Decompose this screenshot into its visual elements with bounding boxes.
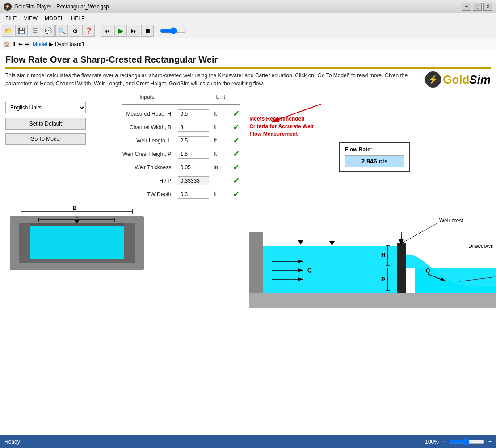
row-3-label: Weir Crest Height, P:	[120, 147, 175, 161]
left-surface-marker2	[298, 240, 303, 245]
criteria-message: Meets Recommended Criteria for Accurate …	[249, 115, 321, 138]
row-3-unit: ft	[212, 147, 230, 161]
title-bar: ⚡ GoldSim Player - Rectangular_Weir.gsp …	[0, 0, 496, 13]
Q-left-label: Q	[307, 267, 311, 273]
help-button[interactable]: ❓	[82, 25, 95, 37]
row-6-label: TW Depth:	[120, 188, 175, 201]
criteria-flow-row: Meets Recommended Criteria for Accurate …	[249, 97, 496, 172]
logo-gold: Gold	[443, 73, 469, 87]
description-row: This static model calculates the flow ra…	[5, 71, 491, 88]
B-label: B	[72, 205, 76, 211]
row-3-input[interactable]	[178, 150, 209, 159]
menu-help[interactable]: HELP	[67, 14, 88, 22]
row-1-check: ✓	[230, 121, 242, 134]
weir-crest-line	[401, 223, 437, 243]
row-6-check: ✓	[230, 188, 242, 201]
row-5-check: ✓	[230, 174, 242, 188]
minimize-button[interactable]: ─	[462, 3, 471, 11]
window-title: GoldSim Player - Rectangular_Weir.gsp	[14, 4, 462, 10]
skip-forward-button[interactable]: ⏭	[128, 25, 140, 37]
table-row: Weir Length, L: ft ✓	[120, 134, 242, 147]
table-row: Measured Head, H: ft ✓	[120, 107, 242, 121]
row-1-input[interactable]	[178, 123, 209, 132]
row-0-label: Measured Head, H:	[120, 107, 175, 121]
side-view-svg: H P	[249, 174, 496, 308]
menu-bar: FILE VIEW MODEL HELP	[0, 13, 496, 23]
left-water	[249, 246, 397, 293]
side-view-diagram: H P	[249, 174, 496, 429]
header-inputs: Inputs:	[120, 93, 175, 101]
go-to-model-button[interactable]: Go To Model	[5, 133, 86, 145]
table-row: H / P: ✓	[120, 174, 242, 188]
P-label-text: P	[381, 276, 385, 283]
separator-2	[156, 25, 158, 37]
zoom-slider[interactable]	[449, 438, 485, 445]
weir-crest-label: Weir crest	[439, 218, 463, 224]
left-surface-marker	[329, 241, 335, 246]
zoom-minus-button[interactable]: −	[442, 439, 446, 445]
toolbar-slider[interactable]	[160, 28, 187, 34]
save-button[interactable]: 💾	[15, 25, 28, 37]
row-2-input[interactable]	[178, 136, 209, 145]
logo-icon: ⚡	[425, 71, 441, 88]
flow-rate-value: 2.946 cfs	[345, 155, 404, 167]
ground	[249, 293, 496, 308]
table-row: TW Depth: ft ✓	[120, 188, 242, 201]
flow-rate-label: Flow Rate:	[345, 147, 404, 153]
status-bar: Ready 100% − +	[0, 435, 496, 448]
zoom-percent: 100%	[425, 439, 439, 445]
row-1-unit: ft	[212, 121, 230, 134]
unit-selector[interactable]: English Units SI Units	[5, 102, 86, 113]
controls-area: English Units SI Units Set to Default Go…	[5, 102, 113, 145]
Q-right-label: Q	[426, 268, 430, 274]
breadcrumb-dashboard: DashBoard1	[55, 41, 85, 47]
row-2-label: Weir Length, L:	[120, 134, 175, 147]
header-unit: Unit:	[212, 93, 230, 101]
page-title: Flow Rate Over a Sharp-Crested Rectangul…	[5, 54, 491, 69]
row-6-input[interactable]	[178, 190, 209, 199]
close-button[interactable]: ✕	[483, 3, 492, 11]
description-text: This static model calculates the flow ra…	[5, 71, 418, 88]
left-panel: English Units SI Units Set to Default Go…	[5, 93, 113, 429]
row-5-input[interactable]	[178, 176, 209, 185]
main-content: Flow Rate Over a Sharp-Crested Rectangul…	[0, 50, 496, 435]
left-wall	[249, 232, 263, 293]
open-button[interactable]: 📂	[2, 25, 14, 37]
row-2-unit: ft	[212, 134, 230, 147]
breadcrumb-model[interactable]: Model	[33, 41, 47, 47]
status-right: 100% − +	[425, 438, 492, 445]
menu-model[interactable]: MODEL	[41, 14, 67, 22]
logo-sim: Sim	[469, 73, 491, 87]
gear-button[interactable]: ⚙	[69, 25, 81, 37]
app-icon: ⚡	[4, 3, 12, 11]
menu-file[interactable]: FILE	[2, 14, 20, 22]
row-4-check: ✓	[230, 161, 242, 174]
inputs-panel: Inputs: Unit: Measured Head, H: ft ✓ Cha…	[120, 93, 242, 429]
search-button[interactable]: 🔍	[55, 25, 68, 37]
content-row: English Units SI Units Set to Default Go…	[5, 93, 491, 429]
table-row: Weir Crest Height, P: ft ✓	[120, 147, 242, 161]
zoom-plus-button[interactable]: +	[488, 439, 492, 445]
row-4-input[interactable]	[178, 163, 209, 172]
chat-button[interactable]: 💬	[42, 25, 55, 37]
window-controls: ─ ▢ ✕	[462, 3, 492, 11]
row-0-input[interactable]	[178, 109, 209, 118]
svg-rect-2	[30, 225, 124, 259]
skip-back-button[interactable]: ⏮	[101, 25, 113, 37]
list-button[interactable]: ☰	[29, 25, 41, 37]
play-button[interactable]: ▶	[114, 25, 127, 37]
row-4-unit: in	[212, 161, 230, 174]
row-5-unit	[212, 174, 230, 188]
menu-view[interactable]: VIEW	[20, 14, 41, 22]
stop-button[interactable]: ⏹	[141, 25, 154, 37]
row-1-label: Channel Width, B:	[120, 121, 175, 134]
set-to-default-button[interactable]: Set to Default	[5, 118, 86, 130]
goldsim-logo: ⚡ GoldSim	[425, 71, 491, 88]
row-2-check: ✓	[230, 134, 242, 147]
maximize-button[interactable]: ▢	[473, 3, 482, 11]
table-row: Channel Width, B: ft ✓	[120, 121, 242, 134]
H-label-text: H	[381, 251, 385, 258]
weir-wall	[397, 243, 406, 293]
top-view-diagram: B L	[5, 154, 113, 279]
inputs-table: Inputs: Unit: Measured Head, H: ft ✓ Cha…	[120, 93, 242, 201]
